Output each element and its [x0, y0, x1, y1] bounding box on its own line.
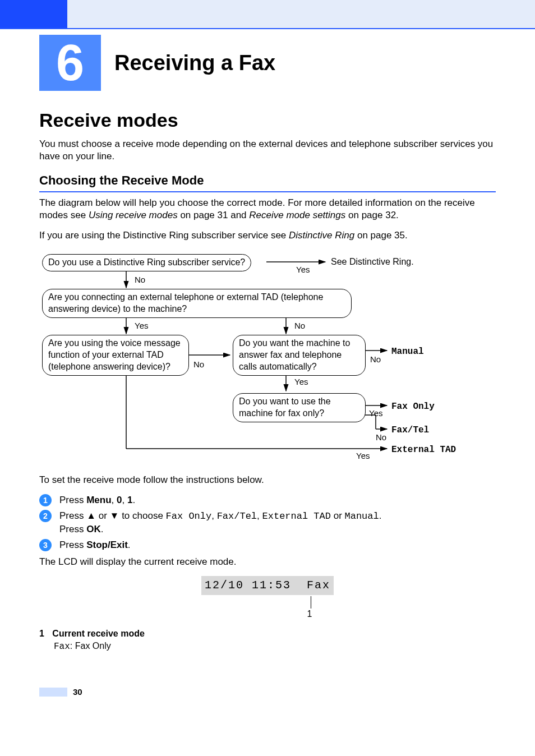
text: . [132, 495, 135, 505]
chapter-title: Receiving a Fax [114, 51, 275, 75]
step-1: 1 Press Menu, 0, 1. [39, 494, 496, 506]
step-number-icon: 1 [39, 494, 52, 506]
option-fax-only: Fax Only [166, 511, 212, 522]
text: , [122, 495, 127, 505]
lcd-display-wrap: 12/10 11:53 Fax 1 [39, 576, 496, 620]
header-tab [0, 0, 67, 28]
key-stop-exit: Stop/Exit [86, 540, 128, 550]
flow-result-faxonly: Fax Only [391, 401, 435, 413]
lcd-callout-line [311, 596, 311, 609]
flow-no-3: No [193, 359, 204, 370]
subsection-p1: The diagram below will help you choose t… [39, 197, 496, 222]
key-0: 0 [117, 495, 122, 505]
flow-q4: Do you want the machine to answer fax an… [233, 335, 366, 375]
legend-number: 1 [39, 629, 44, 638]
link-distinctive-ring[interactable]: Distinctive Ring [289, 230, 354, 241]
legend-desc: Fax: Fax Only [54, 640, 496, 653]
subsection-p2: If you are using the Distinctive Ring su… [39, 229, 496, 242]
page-number: 30 [73, 686, 82, 698]
content-area: Receive modes You must choose a receive … [39, 108, 496, 698]
receive-mode-flowchart: Do you use a Distinctive Ring subscriber… [39, 250, 496, 468]
flow-q3: Are you using the voice message function… [42, 335, 189, 375]
page-footer: 30 [39, 686, 496, 698]
step-2-text: Press ▲ or ▼ to choose Fax Only, Fax/Tel… [59, 510, 496, 535]
lcd-display: 12/10 11:53 Fax [201, 576, 334, 595]
link-using-receive-modes[interactable]: Using receive modes [89, 210, 178, 220]
chapter-heading: 6 Receiving a Fax [39, 35, 496, 91]
flow-q2: Are you connecting an external telephone… [42, 289, 352, 318]
legend-desc-text: : Fax Only [70, 641, 111, 651]
header-rule [0, 28, 535, 29]
key-ok: OK [86, 524, 101, 534]
flow-result-manual: Manual [391, 346, 424, 358]
arrow-up-icon: ▲ [86, 510, 96, 521]
flow-result-distinctive: See Distinctive Ring. [331, 256, 414, 268]
key-1: 1 [127, 495, 132, 505]
legend-code: Fax [54, 642, 70, 652]
text: or [96, 510, 110, 521]
text: , [257, 510, 262, 521]
key-menu: Menu [86, 495, 111, 505]
chapter-number: 6 [39, 35, 101, 91]
step-1-text: Press Menu, 0, 1. [59, 494, 496, 506]
lcd-callout-number: 1 [307, 609, 312, 620]
arrow-down-icon: ▼ [110, 510, 119, 521]
text: . [101, 524, 104, 534]
text: or [331, 510, 345, 521]
link-receive-mode-settings[interactable]: Receive mode settings [249, 210, 345, 220]
flow-no-5: No [376, 432, 386, 443]
text: , [112, 495, 117, 505]
text: If you are using the Distinctive Ring su… [39, 230, 289, 241]
text: on page 35. [357, 230, 408, 241]
flow-no-1: No [135, 274, 145, 285]
instructions-intro: To set the receive mode follow the instr… [39, 474, 496, 486]
text: to choose [119, 510, 165, 521]
flow-yes-3: Yes [356, 450, 370, 462]
text: on page 31 and [180, 210, 249, 220]
text: Press [59, 495, 86, 505]
text: . [379, 510, 382, 521]
legend-title: Current receive mode [52, 629, 145, 638]
flow-yes-2: Yes [135, 320, 148, 331]
step-2: 2 Press ▲ or ▼ to choose Fax Only, Fax/T… [39, 510, 496, 535]
flow-result-exttad: External TAD [391, 444, 456, 456]
flow-no-2: No [294, 320, 305, 331]
flow-yes-4: Yes [294, 376, 308, 388]
flow-no-4: No [370, 354, 381, 365]
option-fax-tel: Fax/Tel [217, 511, 257, 522]
text: . [128, 540, 131, 550]
text: Press [59, 510, 86, 521]
flow-q1: Do you use a Distinctive Ring subscriber… [42, 254, 251, 271]
footer-bar [39, 688, 67, 697]
subsection-title: Choosing the Receive Mode [39, 173, 496, 192]
option-manual: Manual [345, 511, 379, 522]
step-3-text: Press Stop/Exit. [59, 539, 496, 551]
step-number-icon: 3 [39, 539, 52, 551]
option-external-tad: External TAD [262, 511, 331, 522]
text: on page 32. [348, 210, 399, 220]
step-3: 3 Press Stop/Exit. [39, 539, 496, 551]
after-steps: The LCD will display the current receive… [39, 556, 496, 568]
steps-list: 1 Press Menu, 0, 1. 2 Press ▲ or ▼ to ch… [39, 494, 496, 551]
flow-result-faxtel: Fax/Tel [391, 425, 429, 436]
section-title: Receive modes [39, 108, 496, 132]
text: , [211, 510, 216, 521]
legend: 1 Current receive mode Fax: Fax Only [39, 628, 496, 653]
text: Press [59, 540, 86, 550]
flow-yes-5: Yes [369, 408, 382, 419]
flow-q5: Do you want to use the machine for fax o… [233, 393, 366, 422]
step-number-icon: 2 [39, 510, 52, 522]
text: Press [59, 524, 86, 534]
page-header-bar [0, 0, 535, 28]
flow-yes-1: Yes [296, 264, 310, 275]
section-intro: You must choose a receive mode depending… [39, 138, 496, 163]
